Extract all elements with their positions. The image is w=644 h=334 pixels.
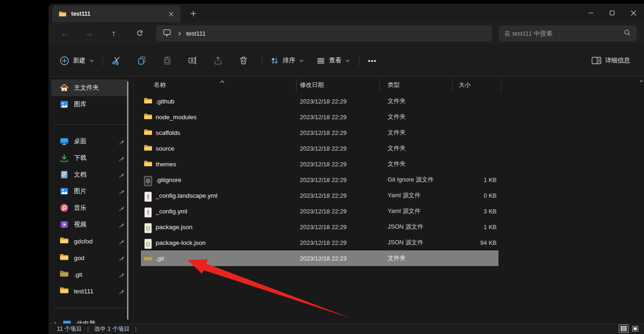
- refresh-icon[interactable]: [132, 26, 147, 41]
- details-pane-button[interactable]: 详细信息: [588, 52, 637, 69]
- sidebar-item-label: 图库: [74, 100, 128, 109]
- more-options-button[interactable]: •••: [364, 52, 381, 69]
- gallery-icon: [60, 100, 69, 109]
- file-row[interactable]: !_config.landscape.yml2023/12/18 22:29Ya…: [141, 188, 498, 203]
- file-row[interactable]: .git2023/12/18 22:23文件夹: [141, 250, 498, 266]
- sidebar-item-documents-1-2[interactable]: 文档: [51, 166, 128, 183]
- sidebar-item-label: 音乐: [74, 204, 119, 212]
- sidebar-item-folder-1-9[interactable]: test111: [51, 283, 128, 299]
- column-header-date[interactable]: 修改日期: [300, 81, 324, 89]
- file-name: source: [156, 145, 175, 152]
- file-row[interactable]: source2023/12/18 22:29文件夹: [141, 140, 498, 156]
- maximize-button[interactable]: [601, 4, 623, 22]
- sidebar-item-pc-2-0[interactable]: ❯此电脑: [51, 316, 128, 324]
- folder-icon: [144, 128, 152, 137]
- column-header-type[interactable]: 类型: [388, 81, 400, 89]
- new-button[interactable]: 新建: [56, 52, 98, 69]
- json-icon: {}: [144, 223, 152, 231]
- sidebar-item-folder-1-7[interactable]: god: [51, 249, 128, 266]
- file-date: 2023/12/18 22:23: [300, 255, 346, 262]
- file-type: 文件夹: [388, 254, 406, 262]
- file-name: _config.yml: [156, 208, 187, 215]
- pictures-icon: [60, 187, 69, 196]
- file-name: .github: [156, 98, 175, 105]
- rename-icon: [188, 55, 198, 66]
- pin-icon: [119, 205, 125, 211]
- breadcrumb-chevron-icon[interactable]: [177, 31, 182, 36]
- gitignore-icon: [144, 176, 152, 184]
- status-divider: |: [135, 326, 136, 332]
- sidebar-item-downloads-1-1[interactable]: 下载: [51, 150, 128, 166]
- minimize-button[interactable]: [580, 4, 601, 22]
- rename-button[interactable]: [183, 52, 202, 69]
- search-input[interactable]: [504, 30, 623, 37]
- details-pane-icon: [591, 56, 601, 65]
- file-name: .gitignore: [156, 176, 182, 183]
- sidebar-item-folder-dim-1-8[interactable]: .git: [51, 266, 128, 283]
- cut-button[interactable]: [107, 52, 126, 69]
- file-row[interactable]: node_modules2023/12/18 22:29文件夹: [141, 109, 498, 125]
- file-rows: .github2023/12/18 22:29文件夹node_modules20…: [134, 93, 644, 324]
- sort-button[interactable]: 排序: [267, 52, 308, 69]
- file-date: 2023/12/18 22:29: [300, 161, 346, 168]
- up-icon[interactable]: ↑: [106, 26, 122, 41]
- sidebar-item-music-1-4[interactable]: 音乐: [51, 200, 128, 216]
- details-view-toggle[interactable]: [619, 324, 629, 333]
- new-tab-button[interactable]: [187, 7, 199, 19]
- tab-bar: test111: [49, 4, 644, 22]
- sidebar-item-gallery-0-1[interactable]: 图库: [51, 96, 128, 113]
- pin-icon: [119, 272, 125, 278]
- file-row[interactable]: themes2023/12/18 22:29文件夹: [141, 156, 498, 172]
- file-row[interactable]: {}package-lock.json2023/12/18 22:29JSON …: [141, 235, 498, 250]
- explorer-tab[interactable]: test111: [52, 6, 181, 22]
- column-header-name[interactable]: 名称: [154, 81, 166, 89]
- yml-icon: !: [144, 191, 152, 200]
- delete-button[interactable]: [234, 52, 253, 69]
- sidebar-item-home-0-0[interactable]: 主文件夹: [51, 79, 128, 96]
- address-row: ← → ↑ test111: [49, 22, 644, 45]
- file-name: node_modules: [156, 114, 197, 121]
- json-icon: {}: [144, 238, 152, 247]
- videos-icon: [60, 220, 69, 229]
- search-icon[interactable]: [623, 29, 631, 38]
- back-icon[interactable]: ←: [57, 26, 73, 41]
- item-count: 11 个项目: [57, 325, 82, 333]
- close-button[interactable]: [623, 4, 644, 22]
- sidebar-item-pictures-1-3[interactable]: 图片: [51, 183, 128, 200]
- svg-text:{}: {}: [146, 225, 150, 231]
- share-button[interactable]: [209, 52, 227, 69]
- chevron-down-icon: [299, 58, 304, 63]
- music-icon: [60, 203, 69, 213]
- sidebar-item-folder-1-6[interactable]: gdsfod: [51, 233, 128, 249]
- file-list-pane: 名称 修改日期 类型 大小 .github2023/12/18 22:29文件夹…: [133, 77, 644, 324]
- folder-icon: [60, 237, 69, 246]
- address-bar[interactable]: test111: [156, 25, 492, 42]
- scissors-icon: [111, 55, 122, 66]
- scrollbar-up-arrow-icon[interactable]: ▲: [639, 79, 643, 83]
- breadcrumb[interactable]: test111: [186, 30, 206, 37]
- icons-view-toggle[interactable]: [630, 324, 640, 333]
- copy-icon: [137, 55, 147, 66]
- selected-count: 选中 1 个项目: [94, 325, 129, 333]
- sidebar-item-videos-1-5[interactable]: 视频: [51, 216, 128, 233]
- column-header-size[interactable]: 大小: [459, 81, 471, 89]
- sort-ascending-caret-icon[interactable]: [219, 77, 225, 81]
- sort-arrows-icon: [270, 56, 279, 65]
- sidebar-scrollbar[interactable]: [127, 81, 128, 320]
- forward-icon[interactable]: →: [81, 26, 97, 41]
- view-button[interactable]: 查看: [313, 52, 354, 69]
- search-box[interactable]: [499, 25, 637, 42]
- tab-title: test111: [71, 11, 166, 17]
- file-row[interactable]: scaffolds2023/12/18 22:29文件夹: [141, 125, 498, 140]
- this-pc-icon[interactable]: [163, 28, 171, 39]
- copy-button[interactable]: [133, 52, 151, 69]
- folder-icon: [144, 97, 152, 106]
- paste-button[interactable]: [158, 52, 176, 69]
- file-row[interactable]: {}package.json2023/12/18 22:29JSON 源文件1 …: [141, 219, 498, 235]
- sidebar-item-label: 图片: [74, 187, 119, 195]
- file-row[interactable]: .gitignore2023/12/18 22:29Git Ignore 源文件…: [141, 172, 498, 188]
- file-row[interactable]: !_config.yml2023/12/18 22:29Yaml 源文件3 KB: [141, 203, 498, 219]
- file-row[interactable]: .github2023/12/18 22:29文件夹: [141, 93, 498, 109]
- sidebar-item-desktop-1-0[interactable]: 桌面: [51, 133, 128, 150]
- tab-close-icon[interactable]: [166, 9, 176, 19]
